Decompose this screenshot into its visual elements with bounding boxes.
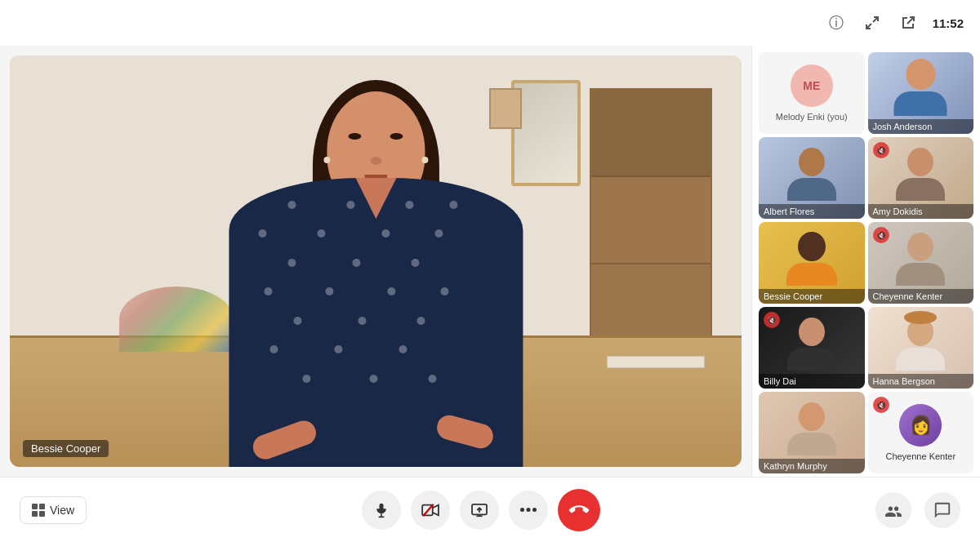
participant-name-josh: Josh Anderson: [868, 119, 974, 134]
chat-button[interactable]: [924, 492, 960, 528]
participant-name-hanna: Hanna Bergson: [868, 374, 974, 389]
microphone-button[interactable]: [362, 491, 401, 530]
main-speaker-label: Bessie Cooper: [23, 440, 109, 457]
participant-tile-cheyenne-k[interactable]: 🔇 Cheyenne Kenter: [868, 222, 974, 304]
participant-name-cheyenne2: Cheyenne Kenter: [885, 451, 956, 461]
participants-sidebar: ME Melody Enki (you) Josh Anderson A: [751, 46, 980, 477]
participant-tile-billy[interactable]: 🔇 Billy Dai: [759, 307, 865, 389]
video-button[interactable]: [411, 491, 450, 530]
mute-icon-billy: 🔇: [764, 312, 780, 328]
participant-tile-me[interactable]: ME Melody Enki (you): [759, 52, 865, 134]
end-call-button[interactable]: [558, 489, 600, 531]
expand-icon[interactable]: [861, 11, 884, 34]
top-bar: ⓘ 11:52: [0, 0, 980, 46]
main-content: Bessie Cooper ME Melody Enki (you) Josh …: [0, 46, 980, 477]
participant-tile-albert[interactable]: Albert Flores: [759, 137, 865, 219]
me-avatar: ME: [791, 64, 833, 107]
speaker-person: [119, 76, 631, 467]
svg-point-13: [527, 508, 531, 512]
participant-tile-kathryn[interactable]: Kathryn Murphy: [759, 392, 865, 473]
mute-icon-cheyenne2: 🔇: [873, 397, 889, 413]
participant-name-kathryn: Kathryn Murphy: [759, 459, 865, 473]
mute-icon-amy: 🔇: [873, 142, 889, 158]
participant-name-billy: Billy Dai: [759, 374, 865, 389]
participants-grid-row-2: Albert Flores 🔇 Amy Dokidis: [759, 137, 973, 219]
view-grid-icon: [32, 504, 45, 517]
participants-grid-row-3: Bessie Cooper 🔇 Cheyenne Kenter: [759, 222, 973, 304]
bottom-left: View: [20, 496, 87, 524]
participant-tile-hanna[interactable]: Hanna Bergson: [868, 307, 974, 389]
cheyenne2-avatar: 👩: [899, 404, 942, 446]
main-video-background: [10, 56, 742, 467]
view-button[interactable]: View: [20, 496, 87, 524]
svg-point-14: [532, 508, 537, 512]
participant-tile-cheyenne2[interactable]: 🔇 👩 Cheyenne Kenter: [868, 392, 974, 473]
bottom-toolbar: View: [0, 477, 980, 542]
participant-name-bessie: Bessie Cooper: [759, 289, 865, 304]
participants-grid-row-4: 🔇 Billy Dai Hanna Bergson: [759, 307, 973, 389]
participants-grid-row-1: ME Melody Enki (you) Josh Anderson: [759, 52, 973, 134]
participant-name-amy: Amy Dokidis: [868, 204, 974, 219]
mute-icon-cheyenne-k: 🔇: [873, 227, 889, 243]
svg-line-2: [907, 17, 914, 24]
main-video-area: Bessie Cooper: [10, 56, 742, 467]
participants-grid-row-5: Kathryn Murphy 🔇 👩 Cheyenne Kenter: [759, 392, 973, 473]
svg-point-12: [520, 508, 524, 512]
participant-name-albert: Albert Flores: [759, 204, 865, 219]
participants-button[interactable]: [875, 492, 911, 528]
call-controls: [362, 489, 600, 531]
info-icon[interactable]: ⓘ: [825, 11, 848, 34]
view-label: View: [50, 504, 74, 517]
clock: 11:52: [933, 16, 964, 30]
screen-share-button[interactable]: [460, 491, 499, 530]
participant-tile-amy[interactable]: 🔇 Amy Dokidis: [868, 137, 974, 219]
me-name: Melody Enki (you): [776, 112, 848, 122]
participant-tile-bessie[interactable]: Bessie Cooper: [759, 222, 865, 304]
participant-name-cheyenne-k: Cheyenne Kenter: [868, 289, 974, 304]
bottom-right-controls: [875, 492, 960, 528]
more-options-button[interactable]: [509, 491, 548, 530]
participant-tile-josh[interactable]: Josh Anderson: [868, 52, 974, 134]
external-link-icon[interactable]: [897, 11, 920, 34]
